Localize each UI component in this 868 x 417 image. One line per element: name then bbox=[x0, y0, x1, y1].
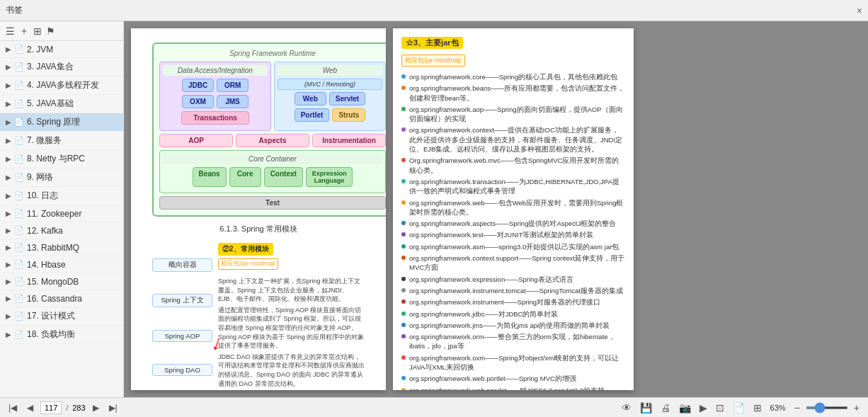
sidebar-toolbar: ☰ ＋ ⊞ ⚑ bbox=[0, 21, 123, 41]
page-input[interactable] bbox=[40, 401, 62, 414]
sidebar-item-network[interactable]: ▶ 📄 9. 网络 bbox=[0, 168, 123, 187]
zoom-slider[interactable] bbox=[806, 406, 848, 409]
main-layout: ☰ ＋ ⊞ ⚑ ▶ 📄 2. JVM ▶ 📄 3. JAVA集合 ▶ 📄 4. … bbox=[0, 21, 868, 397]
sidebar-item-java-basics[interactable]: ▶ 📄 5. JAVA基础 bbox=[0, 95, 123, 113]
arrow-icon: ▶ bbox=[6, 45, 11, 53]
core-box: Core bbox=[229, 167, 261, 187]
sidebar-item-label: 4. JAVA多线程开发 bbox=[27, 79, 99, 91]
sidebar-item-label: 9. 网络 bbox=[27, 171, 53, 183]
test-box: Test bbox=[159, 196, 386, 210]
page-icon: 📄 bbox=[14, 99, 24, 108]
arrow-icon: ▶ bbox=[6, 261, 11, 268]
expression-box: ExpressionLanguage bbox=[306, 167, 353, 187]
sidebar-item-zookeeper[interactable]: ▶ 📄 11. Zookeeper bbox=[0, 205, 123, 222]
sidebar-item-cassandra[interactable]: ▶ 📄 16. Cassandra bbox=[0, 290, 123, 307]
mindmap-list-item: org.springframework.oxm——Spring对object/x… bbox=[401, 353, 625, 372]
sidebar-item-label: 17. 设计模式 bbox=[27, 310, 75, 322]
arrow-icon: ▶ bbox=[6, 137, 11, 144]
arrow-icon: ▶ bbox=[6, 100, 11, 108]
sidebar-item-label: 7. 微服务 bbox=[27, 135, 62, 147]
page-icon: 📄 bbox=[14, 209, 24, 218]
sidebar-item-design-pattern[interactable]: ▶ 📄 17. 设计模式 bbox=[0, 307, 123, 326]
next-page-button[interactable]: ▶ bbox=[90, 401, 102, 414]
mindmap-list-item: org.springframework.web.servlet——对J2EE6.… bbox=[401, 386, 625, 390]
data-row-2: OXM JMS bbox=[163, 95, 268, 108]
servlet-box: Servlet bbox=[329, 92, 365, 105]
arrow-icon: ▶ bbox=[6, 81, 11, 89]
web-section: Web (MVC / Remoting) Web Servlet Portlet… bbox=[274, 62, 386, 131]
portlet-box: Portlet bbox=[295, 108, 330, 122]
spring-context-desc: Spring 上下文是一种扩展，先Spring 框架的上下文覆盖。Spring … bbox=[218, 277, 365, 304]
bookmark-flag-icon[interactable]: ⚑ bbox=[46, 25, 55, 37]
view-icon-button[interactable]: 👁 bbox=[619, 401, 634, 415]
sidebar-item-hbase[interactable]: ▶ 📄 14. Hbase bbox=[0, 256, 123, 273]
page-icon: 📄 bbox=[14, 62, 24, 72]
zoom-minus-button[interactable]: − bbox=[792, 401, 803, 415]
sidebar-item-log[interactable]: ▶ 📄 10. 日志 bbox=[0, 187, 123, 205]
columns-button[interactable]: ⊞ bbox=[750, 401, 765, 415]
bookmark-list-icon[interactable]: ☰ bbox=[6, 25, 15, 37]
content-area: ↓ Spring Framework Runtime Data Access/I… bbox=[124, 21, 868, 397]
jdbc-box: JDBC bbox=[182, 79, 214, 92]
sidebar-item-kafka[interactable]: ▶ 📄 12. Kafka bbox=[0, 222, 123, 239]
top-toolbar: 书签 × bbox=[0, 0, 868, 21]
core-title: Core Container bbox=[163, 154, 382, 164]
transactions-box: Transactions bbox=[181, 111, 249, 125]
page-icon: 📄 bbox=[14, 330, 24, 339]
sidebar-item-spring[interactable]: ▶ 📄 6. Spring 原理 bbox=[0, 113, 123, 132]
sidebar-item-label: 13. RabbitMQ bbox=[27, 243, 79, 253]
sidebar-item-microservice[interactable]: ▶ 📄 7. 微服务 bbox=[0, 132, 123, 150]
print-icon-button[interactable]: 🖨 bbox=[658, 401, 673, 415]
web-box: Web bbox=[295, 92, 326, 105]
sidebar-item-multithread[interactable]: ▶ 📄 4. JAVA多线程开发 bbox=[0, 76, 123, 95]
first-page-button[interactable]: |◀ bbox=[6, 401, 20, 414]
zoom-fit-button[interactable]: ⊡ bbox=[713, 401, 727, 415]
mindmap-list-item: org.springframework.context.support——Spr… bbox=[401, 253, 625, 273]
node-intro: 概向容器 bbox=[152, 258, 212, 272]
core-section: Core Container Beans Core Context Expres… bbox=[159, 150, 386, 193]
mindmap-list-item: org.springframework.beans——所有应用都需要，包含访问配… bbox=[401, 84, 625, 103]
mindmap-list-item: org.springframework.web.portlet——Spring … bbox=[401, 374, 625, 383]
sidebar-item-label: 16. Cassandra bbox=[27, 294, 82, 304]
sidebar-item-jvm[interactable]: ▶ 📄 2. JVM bbox=[0, 41, 123, 58]
instrumentation-box: Instrumentation bbox=[312, 134, 386, 147]
camera-icon-button[interactable]: 📷 bbox=[676, 401, 694, 415]
data-row-3: Transactions bbox=[163, 111, 268, 125]
mindmap-list-item: org.springframework.aop——Spring的面向切面编程，提… bbox=[401, 105, 625, 124]
last-page-button[interactable]: ▶| bbox=[106, 401, 120, 414]
page-icon: 📄 bbox=[14, 136, 24, 145]
save-icon-button[interactable]: 💾 bbox=[637, 401, 655, 415]
aop-box: AOP bbox=[159, 134, 233, 147]
orm-box: ORM bbox=[217, 79, 249, 92]
sidebar-item-rabbitmq[interactable]: ▶ 📄 13. RabbitMQ bbox=[0, 239, 123, 256]
sidebar-item-java-collection[interactable]: ▶ 📄 3. JAVA集合 bbox=[0, 58, 123, 76]
arrow-icon: ▶ bbox=[6, 227, 11, 234]
zoom-page-button[interactable]: 📄 bbox=[730, 401, 748, 415]
page2-content: 概向容器 Spring 上下文 Spring AOP Spring DAO Sp… bbox=[152, 243, 365, 390]
sidebar-item-label: 12. Kafka bbox=[27, 226, 63, 236]
arrow-icon: ▶ bbox=[6, 192, 11, 200]
sidebar-item-load-balance[interactable]: ▶ 📄 18. 负载均衡 bbox=[0, 326, 123, 344]
page-icon: 📄 bbox=[14, 277, 24, 286]
prev-page-button[interactable]: ◀ bbox=[24, 401, 36, 414]
node-context: Spring 上下文 bbox=[152, 294, 212, 307]
bookmark-nav-icon[interactable]: ⊞ bbox=[33, 25, 42, 37]
sidebar-item-netty[interactable]: ▶ 📄 8. Netty 与RPC bbox=[0, 150, 123, 168]
close-button[interactable]: × bbox=[857, 5, 862, 16]
page-icon: 📄 bbox=[14, 294, 24, 303]
sidebar-item-mongodb[interactable]: ▶ 📄 15. MongoDB bbox=[0, 273, 123, 290]
sidebar-item-label: 3. JAVA集合 bbox=[27, 61, 74, 73]
arrow-icon: ▶ bbox=[6, 63, 11, 71]
web-row-2: Portlet Struts bbox=[278, 108, 382, 122]
bookmark-add-icon[interactable]: ＋ bbox=[19, 25, 29, 38]
pdf-page-left[interactable]: Spring Framework Runtime Data Access/Int… bbox=[131, 28, 386, 390]
play-icon-button[interactable]: ▶ bbox=[697, 401, 710, 415]
section2-badge: ②2、常用模块 bbox=[218, 243, 273, 256]
web-title: Web bbox=[278, 65, 382, 76]
page-icon: 📄 bbox=[14, 154, 24, 164]
zoom-plus-button[interactable]: + bbox=[851, 401, 862, 415]
aspects-box: Aspects bbox=[236, 134, 309, 147]
oxm-box: OXM bbox=[182, 95, 214, 108]
mindmap-list-item: org.springframework.web——包含Web应用开发时，需要用到… bbox=[401, 198, 625, 217]
mindmap-page[interactable]: ☆3、主要jar包 相应包/jar-mindmap org.springfram… bbox=[393, 28, 634, 390]
